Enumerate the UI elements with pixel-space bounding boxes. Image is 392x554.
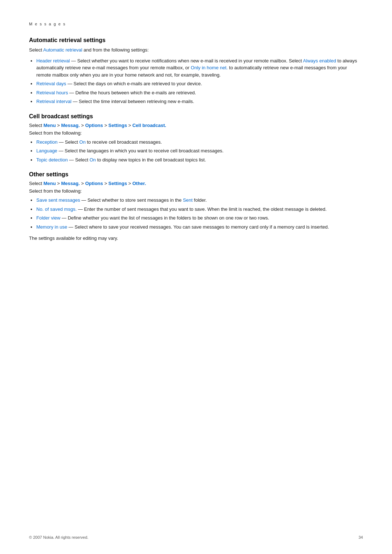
page-footer: © 2007 Nokia. All rights reserved. 34	[29, 535, 363, 539]
automatic-retrieval-link[interactable]: Automatic retrieval	[43, 47, 82, 53]
other-menu-link[interactable]: Menu	[44, 181, 56, 186]
list-item: Folder view — Define whether you want th…	[29, 214, 363, 222]
other-settings-list: Save sent messages — Select whether to s…	[29, 197, 363, 230]
other-settings-select-label: Select from the following:	[29, 188, 363, 194]
topic-detection-on-link[interactable]: On	[90, 157, 96, 163]
folder-view-link[interactable]: Folder view	[36, 215, 60, 221]
retrieval-hours-link[interactable]: Retrieval hours	[36, 90, 68, 95]
other-settings-link[interactable]: Settings	[109, 181, 127, 186]
automatic-retrieval-list: Header retrieval — Select whether you wa…	[29, 57, 363, 105]
topic-detection-link[interactable]: Topic detection	[36, 157, 68, 163]
cell-broadcast-nav: Select Menu > Messag. > Options > Settin…	[29, 123, 363, 128]
reception-link[interactable]: Reception	[36, 139, 58, 145]
footer-page-number: 34	[359, 535, 363, 539]
list-item: No. of saved msgs. — Enter the number of…	[29, 206, 363, 213]
list-item: Retrieval hours — Define the hours betwe…	[29, 89, 363, 97]
retrieval-days-link[interactable]: Retrieval days	[36, 81, 66, 86]
automatic-retrieval-section: Automatic retrieval settings Select Auto…	[29, 37, 363, 105]
automatic-retrieval-intro: Select Automatic retrieval and from the …	[29, 46, 363, 54]
list-item: Topic detection — Select On to display n…	[29, 156, 363, 164]
list-item: Memory in use — Select where to save you…	[29, 223, 363, 231]
automatic-retrieval-title: Automatic retrieval settings	[29, 37, 363, 44]
only-in-home-net-link[interactable]: Only in home net.	[191, 65, 228, 70]
footer-copyright: © 2007 Nokia. All rights reserved.	[29, 535, 88, 539]
list-item: Retrieval days — Select the days on whic…	[29, 80, 363, 87]
list-item: Retrieval interval — Select the time int…	[29, 98, 363, 105]
other-messag-link[interactable]: Messag.	[61, 181, 80, 186]
other-settings-title: Other settings	[29, 171, 363, 178]
header-retrieval-link[interactable]: Header retrieval	[36, 58, 70, 63]
closing-note: The settings available for editing may v…	[29, 235, 363, 242]
cell-broadcast-select-label: Select from the following:	[29, 130, 363, 136]
menu-link[interactable]: Menu	[44, 123, 56, 128]
other-other-link[interactable]: Other.	[132, 181, 146, 186]
other-settings-section: Other settings Select Menu > Messag. > O…	[29, 171, 363, 242]
retrieval-interval-link[interactable]: Retrieval interval	[36, 99, 72, 104]
cell-broadcast-title: Cell broadcast settings	[29, 113, 363, 120]
no-saved-msgs-link[interactable]: No. of saved msgs.	[36, 206, 77, 212]
reception-on-link[interactable]: On	[79, 139, 86, 145]
cell-broadcast-nav-link[interactable]: Cell broadcast.	[132, 123, 166, 128]
other-options-link[interactable]: Options	[85, 181, 103, 186]
language-link[interactable]: Language	[36, 148, 57, 153]
cell-broadcast-list: Reception — Select On to receive cell br…	[29, 139, 363, 164]
list-item: Save sent messages — Select whether to s…	[29, 197, 363, 204]
save-sent-messages-link[interactable]: Save sent messages	[36, 197, 80, 203]
options-link[interactable]: Options	[85, 123, 103, 128]
messag-link[interactable]: Messag.	[61, 123, 80, 128]
page-header: M e s s a g e s	[29, 22, 363, 26]
list-item: Language — Select the languages in which…	[29, 147, 363, 155]
list-item: Reception — Select On to receive cell br…	[29, 139, 363, 146]
sent-folder-link[interactable]: Sent	[183, 197, 193, 203]
list-item: Header retrieval — Select whether you wa…	[29, 57, 363, 79]
settings-link[interactable]: Settings	[109, 123, 127, 128]
memory-in-use-link[interactable]: Memory in use	[36, 224, 67, 230]
other-settings-nav: Select Menu > Messag. > Options > Settin…	[29, 181, 363, 186]
always-enabled-link[interactable]: Always enabled	[303, 58, 336, 63]
cell-broadcast-section: Cell broadcast settings Select Menu > Me…	[29, 113, 363, 164]
